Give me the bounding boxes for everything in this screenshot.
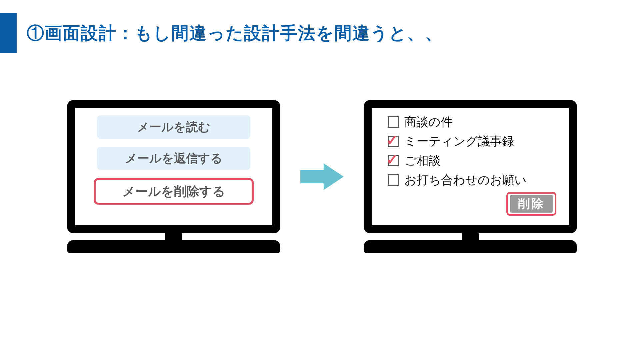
mail-delete-label: メールを削除する <box>122 183 225 200</box>
list-item[interactable]: ✓ミーティング議事録 <box>388 132 556 151</box>
mail-reply-label: メールを返信する <box>125 150 223 167</box>
list-item[interactable]: ✓ご相談 <box>388 151 556 170</box>
diagram-content: メールを読む メールを返信する メールを削除する 商談の件✓ミーティング議事録✓… <box>0 100 644 253</box>
list-item-label: お打ち合わせのお願い <box>404 172 527 188</box>
check-mark-icon: ✓ <box>386 135 398 146</box>
title-accent-bar <box>0 13 17 53</box>
list-item-label: ご相談 <box>404 153 441 169</box>
list-item-label: ミーティング議事録 <box>404 133 514 150</box>
slide-title-block: ①画面設計：もし間違った設計手法を間違うと、、 <box>0 0 644 53</box>
list-item-label: 商談の件 <box>404 114 453 130</box>
delete-button[interactable]: 削除 <box>506 192 556 216</box>
monitor-stand-base <box>364 240 577 253</box>
monitor-left-screen: メールを読む メールを返信する メールを削除する <box>67 100 280 233</box>
monitor-left: メールを読む メールを返信する メールを削除する <box>67 100 280 253</box>
list-item[interactable]: お打ち合わせのお願い <box>388 171 556 189</box>
arrow-icon <box>300 163 344 190</box>
svg-marker-0 <box>300 163 344 190</box>
checkbox-icon[interactable] <box>388 116 399 128</box>
checkbox-icon[interactable]: ✓ <box>388 136 399 147</box>
delete-button-label: 削除 <box>510 195 553 213</box>
mail-delete-button[interactable]: メールを削除する <box>94 178 254 205</box>
delete-button-wrap: 削除 <box>388 192 556 216</box>
list-item[interactable]: 商談の件 <box>388 113 556 131</box>
mail-read-label: メールを読む <box>137 119 210 135</box>
monitor-stand-base <box>67 240 280 253</box>
monitor-right: 商談の件✓ミーティング議事録✓ご相談お打ち合わせのお願い削除 <box>364 100 577 253</box>
checkbox-icon[interactable] <box>388 174 399 186</box>
mail-read-button[interactable]: メールを読む <box>97 115 250 139</box>
checkbox-icon[interactable]: ✓ <box>388 155 399 166</box>
monitor-right-screen: 商談の件✓ミーティング議事録✓ご相談お打ち合わせのお願い削除 <box>364 100 577 233</box>
slide-title: ①画面設計：もし間違った設計手法を間違うと、、 <box>27 22 443 45</box>
mail-reply-button[interactable]: メールを返信する <box>97 147 250 170</box>
check-mark-icon: ✓ <box>386 154 398 165</box>
